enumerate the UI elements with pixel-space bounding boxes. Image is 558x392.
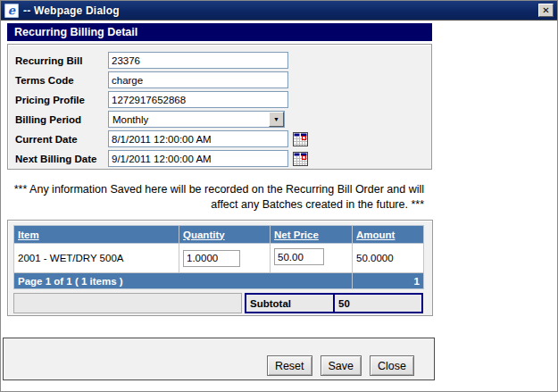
pager-row: Page 1 of 1 ( 1 items ) 1 xyxy=(14,273,424,289)
current-date-label: Current Date xyxy=(15,134,108,145)
terms-code-input[interactable] xyxy=(108,71,288,88)
close-icon: ✕ xyxy=(542,5,549,15)
next-billing-date-label: Next Billing Date xyxy=(15,154,108,164)
calendar-icon xyxy=(293,152,308,166)
current-date-calendar-button[interactable] xyxy=(293,132,308,146)
column-header-item[interactable]: Item xyxy=(14,226,179,244)
form-row-terms-code: Terms Code xyxy=(15,71,431,88)
recurring-bill-form: Recurring Bill Terms Code Pricing Profil… xyxy=(7,44,432,170)
column-header-quantity[interactable]: Quantity xyxy=(179,226,271,244)
net-price-cell xyxy=(271,244,353,273)
form-row-recurring-bill: Recurring Bill xyxy=(15,52,431,69)
action-buttons-panel: Reset Save Close xyxy=(3,338,435,380)
page-title: Recurring Billing Detail xyxy=(7,23,432,41)
form-row-billing-period: Billing Period Monthly ▼ xyxy=(15,111,431,128)
pager-page-number[interactable]: 1 xyxy=(353,273,424,289)
form-row-current-date: Current Date xyxy=(15,130,431,147)
webpage-dialog-window: e -- Webpage Dialog ✕ Recurring Billing … xyxy=(0,0,558,392)
calendar-icon xyxy=(293,132,308,146)
table-header-row: Item Quantity Net Price Amount xyxy=(14,226,424,244)
table-row: 2001 - WET/DRY 500A 50.0000 xyxy=(14,244,424,273)
pager-text: Page 1 of 1 ( 1 items ) xyxy=(14,273,353,289)
close-window-button[interactable]: ✕ xyxy=(538,4,554,17)
close-button[interactable]: Close xyxy=(370,355,414,376)
line-items-grid-container: Item Quantity Net Price Amount 2001 - WE… xyxy=(7,220,433,316)
quantity-cell xyxy=(179,244,271,273)
form-row-pricing-profile: Pricing Profile xyxy=(15,91,431,108)
subtotal-spacer-cell xyxy=(13,293,242,313)
subtotal-label: Subtotal xyxy=(245,293,334,313)
pricing-profile-label: Pricing Profile xyxy=(15,95,108,105)
next-billing-date-input[interactable] xyxy=(108,150,288,167)
quantity-input[interactable] xyxy=(183,250,240,267)
recurring-bill-input[interactable] xyxy=(108,52,288,69)
save-button[interactable]: Save xyxy=(321,355,362,376)
subtotal-row: Subtotal 50 xyxy=(13,293,423,313)
current-date-input[interactable] xyxy=(108,130,288,147)
column-header-amount[interactable]: Amount xyxy=(353,226,424,244)
terms-code-label: Terms Code xyxy=(15,75,108,86)
form-row-next-billing-date: Next Billing Date xyxy=(15,150,431,167)
pricing-profile-input[interactable] xyxy=(108,91,288,108)
billing-period-selected-value: Monthly xyxy=(109,114,269,125)
internet-explorer-icon: e xyxy=(4,4,19,18)
window-title: -- Webpage Dialog xyxy=(23,4,120,17)
reset-button[interactable]: Reset xyxy=(267,355,312,376)
note-line-1: *** Any information Saved here will be r… xyxy=(7,182,424,197)
line-items-table: Item Quantity Net Price Amount 2001 - WE… xyxy=(13,225,424,289)
billing-period-label: Billing Period xyxy=(15,114,108,125)
chevron-down-icon: ▼ xyxy=(269,112,284,127)
column-header-net-price[interactable]: Net Price xyxy=(271,226,353,244)
recurring-bill-label: Recurring Bill xyxy=(15,55,108,66)
amount-cell: 50.0000 xyxy=(353,244,424,273)
net-price-input[interactable] xyxy=(274,248,324,265)
billing-period-select[interactable]: Monthly ▼ xyxy=(108,111,285,128)
save-warning-note: *** Any information Saved here will be r… xyxy=(7,182,424,213)
title-bar: e -- Webpage Dialog ✕ xyxy=(1,1,557,21)
item-cell: 2001 - WET/DRY 500A xyxy=(14,244,179,273)
note-line-2: affect any Batches created in the future… xyxy=(7,197,424,213)
buttons-group: Reset Save Close xyxy=(267,355,414,376)
next-billing-date-calendar-button[interactable] xyxy=(293,152,308,166)
subtotal-value: 50 xyxy=(334,293,423,313)
